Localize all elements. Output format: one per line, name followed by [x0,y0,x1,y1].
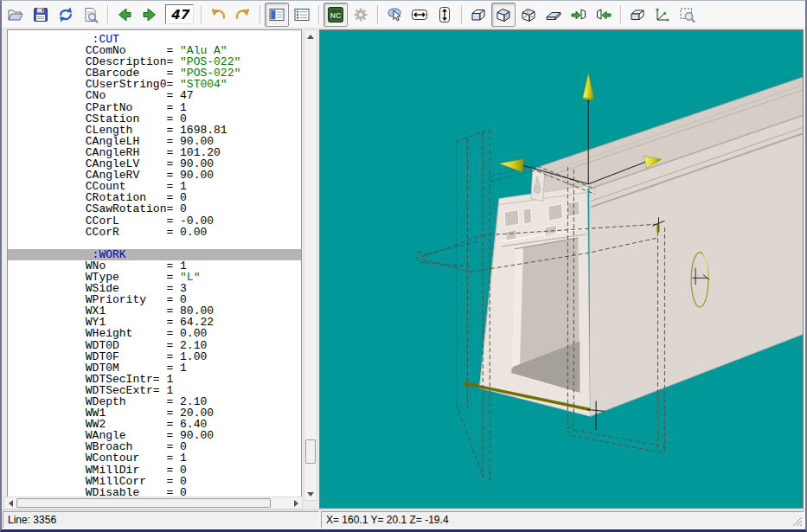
svg-text:NC: NC [330,10,341,19]
select-tool-button[interactable] [382,3,407,27]
cursor-icon [386,6,403,23]
fit-width-button[interactable] [407,3,432,27]
triangle-up-icon [307,35,314,39]
next-part-button[interactable] [138,3,162,27]
param-value: 0.00 [180,226,207,239]
view-open-box-button[interactable] [466,3,490,27]
details-panel-toggle[interactable] [290,3,314,27]
scroll-left-button[interactable] [4,497,16,510]
toolbar-separator [461,5,462,24]
horizontal-scroll-thumb[interactable] [16,498,271,508]
profile-eject-icon [595,6,612,23]
scroll-right-button[interactable] [290,497,302,510]
view-iso-box-icon [629,6,646,23]
panel-list-icon [268,6,285,23]
undo-button[interactable] [206,3,230,27]
part-number-field[interactable]: 47 [165,4,194,24]
param-row[interactable]: CCorR = 0.00 [11,227,301,238]
nc-icon: NC [327,6,344,23]
axis-z-arrow [583,73,594,99]
fit-height-button[interactable] [432,3,457,27]
refresh-icon [57,6,74,23]
settings-button[interactable] [349,3,373,27]
profile-insert-icon [570,6,587,23]
app-window: 47NC :CUT CComNo = "Alu A" CDescription=… [0,0,807,532]
redo-arrow-icon [234,6,252,23]
param-value: 1 [180,362,187,375]
code-panel: :CUT CComNo = "Alu A" CDescription= "POS… [2,29,319,510]
toolbar-separator [107,5,108,24]
main-area: :CUT CComNo = "Alu A" CDescription= "POS… [2,29,805,510]
save-button[interactable] [29,3,53,27]
open-icon [7,6,24,23]
preview-icon [82,6,99,23]
view-flat-panel-icon [545,6,562,23]
nc-mode-toggle[interactable]: NC [323,3,348,27]
hollow-interior [511,238,580,393]
view-flat-button[interactable] [541,3,566,27]
axis-origin-button[interactable] [650,3,675,27]
line-number-text: Line: 3356 [8,514,56,526]
triangle-right-icon [294,500,298,507]
toolbar-separator [377,5,378,24]
coordinates-text: X= 160.1 Y= 20.1 Z= -19.4 [326,514,449,526]
fit-width-icon [411,6,428,23]
prev-part-button[interactable] [112,3,137,27]
save-icon [32,6,49,23]
arrow-right-icon [141,6,158,23]
code-panel-toggle[interactable] [265,3,289,27]
axis-icon [654,6,671,23]
toolbar-separator [259,5,260,24]
fit-height-icon [436,6,453,23]
screw-channel-fin [531,169,545,202]
toolbar-separator [620,5,621,24]
refresh-button[interactable] [54,3,78,27]
nc-code-editor[interactable]: :CUT CComNo = "Alu A" CDescription= "POS… [7,29,302,501]
status-line-number: Line: 3356 [3,511,319,529]
gear-icon [352,6,369,23]
scroll-up-button[interactable] [304,30,317,42]
vertical-scroll-thumb[interactable] [305,439,316,464]
view-iso-button[interactable] [625,3,650,27]
toolbar-separator [201,5,202,24]
status-coordinates: X= 160.1 Y= 20.1 Z= -19.4 [321,511,804,529]
view-open-box-icon [470,6,487,23]
view-solid-cube-icon [495,6,512,23]
vertical-scrollbar[interactable] [304,29,317,501]
scene-3d [320,30,803,508]
viewport-3d[interactable] [319,29,804,509]
triangle-left-icon [9,500,13,507]
panel-details-icon [293,6,311,23]
profile-insert-button[interactable] [567,3,591,27]
toolbar-separator [318,5,319,24]
zoom-region-button[interactable] [676,3,700,27]
param-label: CCorR = [11,226,180,239]
redo-button[interactable] [231,3,255,27]
zoom-region-icon [679,6,696,23]
arrow-left-icon [116,6,133,23]
print-preview-button[interactable] [79,3,103,27]
horizontal-scrollbar[interactable] [3,497,303,510]
view-wire-cube-button[interactable] [516,3,541,27]
resize-grip[interactable] [792,516,803,527]
scroll-down-button[interactable] [304,488,317,500]
statusbar: Line: 3356 X= 160.1 Y= 20.1 Z= -19.4 [2,510,805,529]
triangle-down-icon [307,492,314,497]
view-wire-cube-icon [520,6,537,23]
profile-eject-button[interactable] [592,3,616,27]
toolbar: 47NC [2,1,805,29]
view-solid-cube-button[interactable] [491,3,516,27]
nc-code-lines: :CUT CComNo = "Alu A" CDescription= "POS… [8,30,301,498]
undo-arrow-icon [209,6,227,23]
open-button[interactable] [3,3,28,27]
axis-x-arrow [499,159,524,172]
